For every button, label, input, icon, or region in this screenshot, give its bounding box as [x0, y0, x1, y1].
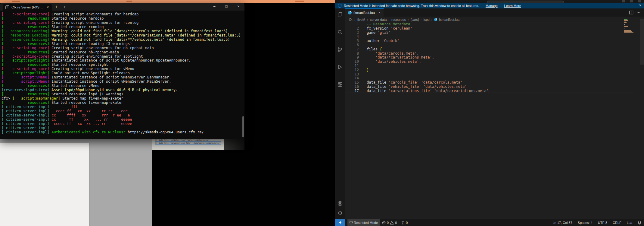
settings-gear-icon[interactable]: ⚙ [338, 211, 342, 216]
explorer-icon[interactable] [337, 11, 344, 18]
error-count: 0 [387, 221, 389, 224]
more-actions-icon[interactable]: ⋯ [636, 10, 640, 15]
editor-scrollbar[interactable] [640, 19, 644, 65]
breadcrumb-separator: › [388, 18, 390, 21]
minimap[interactable] [624, 19, 638, 33]
line-number: 14 [345, 76, 359, 81]
code-line: 14 [345, 76, 644, 81]
console-line: [ resources] Started resource lspd (1 wa… [2, 92, 244, 97]
status-bar: Restricted Mode 0 0 0 Ln 17, Col 57 Spac… [335, 219, 644, 226]
breadcrumb-item[interactable]: resources [391, 18, 406, 21]
code-line: 12} [345, 68, 644, 72]
console-line: cfx> [ script:mapmanager] Started map fi… [2, 97, 244, 101]
source-control-icon[interactable] [337, 46, 344, 53]
shield-icon [350, 221, 353, 224]
status-language[interactable]: Lua [624, 221, 635, 224]
console-output[interactable]: [ c-scripting-core] Creating script envi… [0, 11, 244, 139]
line-number: 13 [345, 72, 359, 77]
strip-decor [12, 1, 20, 2]
run-debug-icon[interactable] [337, 63, 344, 71]
status-encoding[interactable]: UTF-8 [595, 221, 610, 224]
breadcrumb-item[interactable]: [cars] [411, 18, 419, 21]
status-restricted-mode[interactable]: Restricted Mode [347, 219, 380, 226]
status-ports[interactable]: 0 [399, 219, 410, 226]
console-line: [ resources] Started resource nb-rpchat-… [2, 50, 244, 55]
terminal-tab-bar: Cfx.re Server (FXServer/gta5) - × + ∨ – … [0, 3, 244, 11]
remote-bolt-icon [339, 221, 342, 225]
status-problems[interactable]: 0 0 [380, 219, 399, 226]
search-icon[interactable] [337, 28, 344, 36]
code-lines: 1-- Resource Metadata2fx_version 'cerule… [345, 22, 644, 93]
tab-fxmanifest[interactable]: fxmanifest.lua × [345, 8, 384, 17]
breadcrumb-separator: › [431, 18, 433, 21]
code-line: 9 'data/*carvariations.meta', [345, 56, 644, 60]
background-panel [0, 143, 89, 226]
line-number: 7 [345, 47, 359, 52]
console-line: [ citizen-server-impl] cccc ff xx xx rr … [2, 109, 244, 113]
breadcrumb[interactable]: D:›fiveM›server-data›resources›[cars]›ls… [345, 17, 644, 22]
console-line: [ script:spotlight] Instantiated instanc… [2, 59, 244, 63]
status-line-col[interactable]: Ln 17, Col 57 [550, 221, 575, 224]
desktop: 16data_file 'vehicles_file' 'data/vehicl… [0, 0, 644, 226]
ports-count: 0 [406, 221, 408, 224]
console-line: [ c-scripting-core] Creating script envi… [2, 67, 244, 71]
line-number: 5 [345, 39, 359, 43]
lua-file-icon [434, 18, 437, 21]
vscode-window[interactable]: Restricted Mode is intended for safe cod… [335, 0, 644, 226]
breadcrumb-item[interactable]: fxmanifest.lua [439, 18, 459, 21]
code-line: 6 [345, 43, 644, 47]
notifications-bell-icon[interactable] [635, 221, 644, 224]
status-indentation[interactable]: Spaces: 4 [575, 221, 595, 224]
console-line: [ c-scripting-core] Creating script envi… [2, 21, 244, 25]
breadcrumb-item[interactable]: fiveM [357, 18, 365, 21]
status-eol[interactable]: CRLF [610, 221, 624, 224]
console-line: [ c-scripting-core] Creating script envi… [2, 46, 244, 50]
console-line: [ script:vMenu] Instantiated instance of… [2, 80, 244, 84]
tab-close-icon[interactable]: × [378, 11, 381, 15]
restricted-mode-banner: Restricted Mode is intended for safe cod… [335, 3, 644, 8]
breadcrumb-item[interactable]: server-data [370, 18, 387, 21]
terminal-window[interactable]: Cfx.re Server (FXServer/gta5) - × + ∨ – … [0, 3, 244, 139]
breadcrumb-item[interactable]: D: [349, 18, 353, 21]
learn-more-link[interactable]: Learn More [504, 4, 521, 8]
terminal-tab-title: Cfx.re Server (FXServer/gta5) - [11, 5, 44, 9]
strip-decor [126, 1, 132, 2]
console-line: [ citizen-server-impl] ccccc ff xx xx ..… [2, 122, 244, 126]
terminal-scrollbar[interactable] [242, 116, 244, 137]
extensions-icon[interactable] [337, 81, 344, 88]
minimize-button[interactable]: – [208, 3, 220, 11]
close-button[interactable]: × [232, 3, 244, 11]
line-number: 1 [345, 22, 359, 27]
banner-text: Restricted Mode is intended for safe cod… [344, 4, 479, 8]
new-tab-button[interactable]: + [52, 3, 61, 11]
editor-tab-bar: fxmanifest.lua × ⋯ [345, 8, 644, 17]
mini-editor-window[interactable]: 16data_file 'vehicles_file' 'data/vehicl… [152, 137, 224, 150]
remote-indicator[interactable] [335, 219, 345, 226]
code-editor[interactable]: 1-- Resource Metadata2fx_version 'cerule… [345, 22, 644, 219]
line-number: 8 [345, 52, 359, 56]
account-icon[interactable] [337, 200, 344, 207]
breadcrumb-separator: › [421, 18, 422, 21]
shadow-strip [224, 137, 244, 150]
manage-link[interactable]: Manage [486, 4, 498, 8]
code-line: 13 [345, 72, 644, 77]
terminal-tab-close-icon[interactable]: × [46, 5, 49, 9]
breadcrumb-item[interactable]: lspd [423, 18, 429, 21]
warning-count: 0 [395, 221, 397, 224]
console-line: [ citizen-server-impl] cc ffff xx rrr r … [2, 113, 244, 118]
console-line: [ resources] Started resource spotlight [2, 63, 244, 67]
code-line: 1-- Resource Metadata [345, 22, 644, 27]
lua-file-icon [348, 11, 352, 14]
console-line: [ resources:Loading] Warning: could not … [2, 29, 244, 33]
window-controls[interactable] [622, 0, 641, 2]
banner-close-icon[interactable]: × [639, 3, 641, 8]
terminal-tab[interactable]: Cfx.re Server (FXServer/gta5) - × [3, 4, 52, 11]
line-number: 16 [345, 85, 359, 89]
breadcrumb-separator: › [408, 18, 409, 21]
tab-dropdown-icon[interactable]: ∨ [61, 3, 69, 11]
code-line: 2fx_version 'cerulean' [345, 27, 644, 31]
restricted-mode-label: Restricted Mode [354, 221, 378, 224]
error-icon [382, 221, 386, 224]
maximize-button[interactable]: □ [220, 3, 232, 11]
split-editor-icon[interactable] [629, 10, 633, 15]
